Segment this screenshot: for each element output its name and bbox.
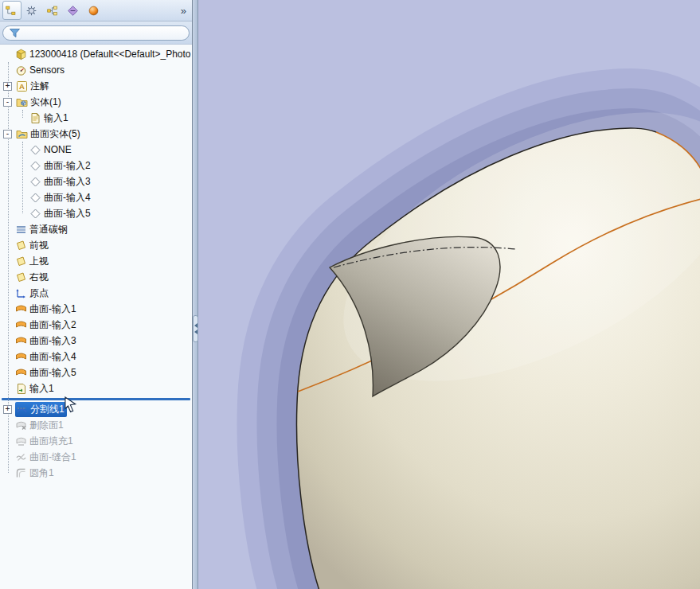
svg-text:A: A bbox=[19, 82, 25, 91]
display-manager-tab[interactable] bbox=[85, 1, 104, 20]
tree-item-material[interactable]: 普通碳钢 bbox=[0, 221, 192, 237]
tree-item-label: 普通碳钢 bbox=[29, 223, 68, 236]
tree-item-label: 圆角1 bbox=[29, 466, 54, 480]
viewport[interactable] bbox=[198, 0, 700, 589]
tree-item-label: 注解 bbox=[30, 80, 49, 93]
collapse-arrows-icon[interactable] bbox=[193, 315, 198, 342]
tree-item-surface-body-import4[interactable]: 曲面-输入4 bbox=[0, 189, 192, 205]
tree-item-label: 曲面填充1 bbox=[29, 435, 73, 448]
plane-icon bbox=[15, 271, 27, 283]
tree-item-label: NONE bbox=[44, 144, 72, 155]
property-manager-icon bbox=[25, 5, 37, 17]
part-icon bbox=[15, 49, 27, 60]
drag-cursor-icon bbox=[64, 396, 79, 413]
surface-feature-icon bbox=[15, 351, 27, 363]
surface-body-icon bbox=[29, 192, 41, 204]
property-manager-tab[interactable] bbox=[23, 1, 42, 20]
import-doc-icon bbox=[29, 112, 41, 124]
tree-item-top-plane[interactable]: 上视 bbox=[0, 253, 192, 269]
tree-item-label: 实体(1) bbox=[30, 96, 61, 109]
tree-item-annotations[interactable]: +A注解 bbox=[0, 78, 192, 94]
surface-body-icon bbox=[29, 208, 41, 220]
tree-item-splitline1[interactable]: +分割线1 bbox=[0, 401, 192, 417]
collapse-icon[interactable]: - bbox=[3, 98, 12, 107]
delete-face-icon bbox=[15, 419, 27, 431]
tree-item-deleteface1[interactable]: 删除面1 bbox=[0, 417, 192, 433]
display-manager-icon bbox=[88, 5, 100, 17]
feature-tree: 123000418 (Default<<Default>_PhotoSensor… bbox=[0, 45, 192, 589]
panel-splitter[interactable] bbox=[193, 0, 198, 589]
feature-manager-panel: » 123000418 (Default<<Default>_PhotoSens… bbox=[0, 0, 193, 589]
tree-item-root[interactable]: 123000418 (Default<<Default>_Photo bbox=[0, 46, 192, 62]
filter-icon bbox=[9, 27, 21, 39]
tree-item-surface-body-import3[interactable]: 曲面-输入3 bbox=[0, 174, 192, 189]
tree-item-label: 曲面-输入4 bbox=[44, 191, 91, 205]
tree-item-surface-bodies[interactable]: -曲面实体(5) bbox=[0, 126, 192, 142]
origin-icon bbox=[15, 287, 27, 299]
tree-item-surface-import3[interactable]: 曲面-输入3 bbox=[0, 333, 192, 349]
tree-item-import1[interactable]: 输入1 bbox=[0, 380, 192, 396]
tree-item-label: 123000418 (Default<<Default>_Photo bbox=[29, 49, 191, 60]
imported-feature-icon bbox=[15, 383, 27, 395]
dimxpert-manager-tab[interactable] bbox=[65, 1, 84, 20]
feature-manager-tab[interactable] bbox=[2, 1, 22, 20]
tree-item-surface-import1[interactable]: 曲面-输入1 bbox=[0, 301, 192, 317]
tree-item-origin[interactable]: 原点 bbox=[0, 285, 192, 301]
surface-body-icon bbox=[29, 144, 41, 156]
expand-icon[interactable]: + bbox=[3, 405, 12, 414]
tree-item-sensors[interactable]: Sensors bbox=[0, 62, 192, 78]
tree-item-label: 删除面1 bbox=[29, 419, 64, 432]
tree-item-surface-body-import5[interactable]: 曲面-输入5 bbox=[0, 205, 192, 221]
tree-item-label: 曲面-输入5 bbox=[29, 366, 76, 380]
surface-feature-icon bbox=[15, 367, 27, 379]
plane-icon bbox=[15, 240, 27, 252]
tree-item-label: 前视 bbox=[29, 239, 49, 252]
tree-item-label: 曲面-输入5 bbox=[44, 207, 91, 220]
tree-item-surface-import2[interactable]: 曲面-输入2 bbox=[0, 317, 192, 333]
tree-item-label: 曲面-输入2 bbox=[44, 159, 91, 173]
surface-body-icon bbox=[29, 160, 41, 172]
splitline-icon bbox=[16, 404, 28, 415]
expand-icon[interactable]: + bbox=[3, 82, 12, 91]
toolbar-overflow-button[interactable]: » bbox=[178, 5, 190, 17]
tree-item-label: 曲面-输入3 bbox=[44, 175, 91, 189]
tree-item-fillet1[interactable]: 圆角1 bbox=[0, 465, 192, 481]
tree-item-surfacefill1[interactable]: 曲面填充1 bbox=[0, 433, 192, 449]
surface-body-icon bbox=[29, 176, 41, 188]
tree-item-surface-body-import2[interactable]: 曲面-输入2 bbox=[0, 158, 192, 174]
tree-item-solid-bodies[interactable]: -实体(1) bbox=[0, 94, 192, 110]
dimxpert-manager-icon bbox=[67, 5, 79, 17]
surface-fill-icon bbox=[15, 435, 27, 447]
rollback-bar-line[interactable] bbox=[2, 398, 190, 400]
surface-feature-icon bbox=[15, 303, 27, 315]
solid-bodies-icon bbox=[16, 96, 28, 108]
filter-input[interactable] bbox=[26, 27, 183, 38]
solidworks-window: » 123000418 (Default<<Default>_PhotoSens… bbox=[0, 0, 700, 589]
configuration-manager-icon bbox=[46, 5, 58, 17]
annotations-icon: A bbox=[16, 80, 28, 92]
tree-item-surface-import5[interactable]: 曲面-输入5 bbox=[0, 365, 192, 380]
tree-item-surface-body-none[interactable]: NONE bbox=[0, 142, 192, 158]
tree-item-surface-import4[interactable]: 曲面-输入4 bbox=[0, 349, 192, 365]
surface-bodies-icon bbox=[16, 128, 28, 140]
tree-item-label: 曲面-缝合1 bbox=[29, 451, 76, 464]
tree-item-solid-import1[interactable]: 输入1 bbox=[0, 110, 192, 126]
tree-item-front-plane[interactable]: 前视 bbox=[0, 237, 192, 253]
material-icon bbox=[15, 224, 27, 236]
tree-item-label: 原点 bbox=[29, 287, 49, 300]
filter-input-wrap[interactable] bbox=[2, 25, 190, 41]
surface-feature-icon bbox=[15, 335, 27, 347]
tree-item-label: Sensors bbox=[29, 64, 65, 76]
tree-item-right-plane[interactable]: 右视 bbox=[0, 269, 192, 285]
tree-item-label: 曲面-输入2 bbox=[29, 318, 76, 332]
tree-item-label: 上视 bbox=[29, 255, 49, 268]
configuration-manager-tab[interactable] bbox=[44, 1, 63, 20]
tree-item-label: 曲面-输入1 bbox=[29, 302, 76, 316]
filter-bar bbox=[0, 21, 192, 45]
collapse-icon[interactable]: - bbox=[3, 130, 12, 138]
tree-item-label: 输入1 bbox=[44, 111, 68, 125]
sensors-icon bbox=[15, 64, 27, 76]
tree-item-label: 右视 bbox=[29, 271, 49, 284]
tree-item-label: 输入1 bbox=[29, 382, 54, 396]
tree-item-knit1[interactable]: 曲面-缝合1 bbox=[0, 449, 192, 465]
